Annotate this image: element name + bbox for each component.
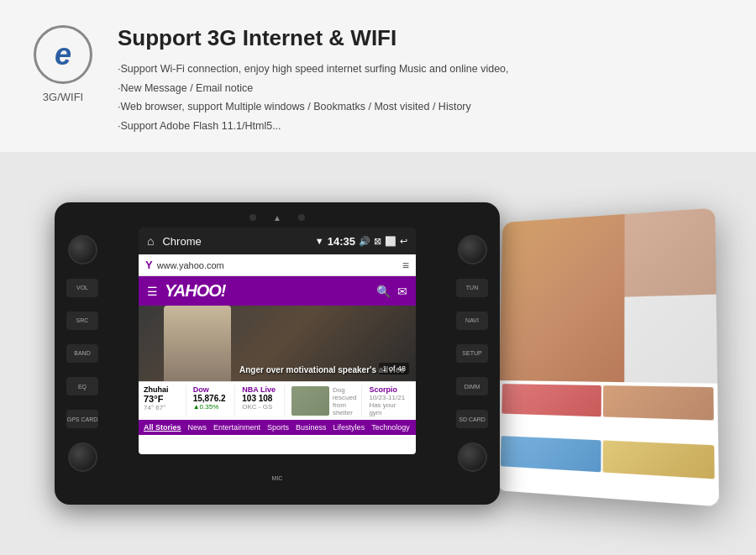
top-section: e 3G/WIFI Support 3G Internet & WIFI ·Su… xyxy=(0,0,756,152)
ticker-scorpio-date: 10/23-11/21 xyxy=(369,394,406,401)
yahoo-header: ☰ YAHOO! 🔍 ✉ xyxy=(139,276,416,306)
indicator-dot-left xyxy=(249,214,256,221)
url-text[interactable]: www.yahoo.com xyxy=(157,260,402,270)
ticker-scorpio-gym: Has your gym xyxy=(369,401,406,416)
bullet-4: ·Support Adobe Flash 11.1/Html5... xyxy=(118,117,722,136)
ticker-nba-score: 103 108 xyxy=(242,394,279,403)
band-label: BAND xyxy=(74,350,90,356)
sd-card-button[interactable]: SD CARD xyxy=(456,410,488,428)
ticker-dow-change: ▲0.35% xyxy=(193,403,230,411)
chrome-label: Chrome xyxy=(162,235,314,248)
nav-lifestyles[interactable]: Lifestyles xyxy=(333,423,365,432)
gps-button[interactable]: GPS CARD xyxy=(66,410,98,428)
tablet-thumb-2 xyxy=(603,385,714,421)
yahoo-mail-icon[interactable]: ✉ xyxy=(397,285,407,298)
dog-rescue-thumb xyxy=(291,386,329,416)
vol-button[interactable]: VOL xyxy=(66,279,98,297)
setup-label: SETUP xyxy=(462,350,481,356)
nav-business[interactable]: Business xyxy=(296,423,327,432)
screen-area[interactable]: ⌂ Chrome ▼ 14:35 🔊 ⊠ ⬜ ↩ Y xyxy=(139,228,416,454)
navi-button[interactable]: NAVI xyxy=(456,312,488,330)
src-button[interactable]: SRC xyxy=(66,312,98,330)
eq-button[interactable]: EQ xyxy=(66,377,98,395)
ticker-low: 74° 67° xyxy=(144,404,181,411)
bottom-section: ▲ VOL SRC BAND EQ GPS CARD xyxy=(0,152,756,555)
tablet-img2 xyxy=(624,208,716,297)
yahoo-favicon: Y xyxy=(145,259,153,271)
url-bar[interactable]: Y www.yahoo.com ≡ xyxy=(139,254,416,276)
wifi-label: 3G/WIFI xyxy=(43,91,83,103)
yahoo-search-icon[interactable]: 🔍 xyxy=(376,285,391,298)
gps-label: GPS CARD xyxy=(67,416,98,422)
ie-letter: e xyxy=(55,37,71,72)
ticker-city: Zhuhai xyxy=(144,385,181,394)
car-unit: ▲ VOL SRC BAND EQ GPS CARD xyxy=(55,202,500,505)
home-icon[interactable]: ⌂ xyxy=(147,234,154,248)
tablet-inner xyxy=(496,208,719,507)
back-icon[interactable]: ↩ xyxy=(400,236,407,247)
hero-figure xyxy=(164,306,231,381)
nav-sports[interactable]: Sports xyxy=(267,423,289,432)
main-container: e 3G/WIFI Support 3G Internet & WIFI ·Su… xyxy=(0,0,756,555)
tablet-thumb-3 xyxy=(501,436,601,472)
nav-technology[interactable]: Technology xyxy=(371,423,410,432)
top-indicators: ▲ xyxy=(139,209,416,226)
bottom-left-knob[interactable] xyxy=(68,442,97,472)
ticker-weather: Zhuhai 73°F 74° 67° xyxy=(144,385,186,416)
time-display: 14:35 xyxy=(328,235,355,248)
top-left-knob[interactable] xyxy=(68,235,97,264)
ticker-scorpio-label: Scorpio xyxy=(369,385,406,394)
ticker-dow-label: Dow xyxy=(193,385,230,394)
tablet-bottom xyxy=(496,380,719,506)
setup-button[interactable]: SETUP xyxy=(456,344,488,363)
mic-label: MIC xyxy=(272,475,283,481)
dimm-button[interactable]: DIMM xyxy=(456,377,488,395)
hero-image: Anger over motivational speaker's advice… xyxy=(139,306,416,381)
wifi-icon-container: e 3G/WIFI xyxy=(34,25,92,103)
ticker-nba-teams: OKC - GS xyxy=(242,403,279,411)
tun-label: TUN xyxy=(466,285,478,291)
nav-entertainment[interactable]: Entertainment xyxy=(213,423,260,432)
status-icons: ▼ 14:35 🔊 ⊠ ⬜ ↩ xyxy=(315,235,407,248)
battery-icon: 🔊 xyxy=(359,236,370,247)
eq-label: EQ xyxy=(78,384,87,390)
screen-icon: ⬜ xyxy=(385,236,396,247)
tablet-thumb-4 xyxy=(603,440,715,479)
nav-bar: All Stories News Entertainment Sports Bu… xyxy=(139,420,416,435)
news-ticker: Zhuhai 73°F 74° 67° Dow 15,876.2 ▲0.35% … xyxy=(139,381,416,420)
wifi-desc: ·Support Wi-Fi connection, enjoy high sp… xyxy=(118,60,722,135)
wifi-title: Support 3G Internet & WIFI xyxy=(118,25,722,51)
dimm-label: DIMM xyxy=(465,384,480,390)
hero-counter: 1 of 48 xyxy=(379,363,409,374)
tablet-thumb-1 xyxy=(501,384,601,416)
dog-rescue-text: Dog rescued from shelter xyxy=(333,386,356,416)
nav-news[interactable]: News xyxy=(188,423,207,432)
menu-icon[interactable]: ≡ xyxy=(402,259,409,272)
bullet-1: ·Support Wi-Fi connection, enjoy high sp… xyxy=(118,60,722,79)
ticker-nba-label: NBA Live xyxy=(242,385,279,394)
indicator-dot-right xyxy=(298,214,305,221)
right-buttons: TUN NAVI SETUP DIMM SD CARD xyxy=(451,228,493,479)
bullet-2: ·New Message / Email notice xyxy=(118,79,722,98)
tablet-top xyxy=(499,208,717,384)
vol-label: VOL xyxy=(76,285,88,291)
ticker-dow: Dow 15,876.2 ▲0.35% xyxy=(193,385,236,416)
signal-icon: ⊠ xyxy=(374,236,381,247)
top-right-knob[interactable] xyxy=(458,235,487,264)
nav-all-stories[interactable]: All Stories xyxy=(144,423,181,432)
ie-icon: e xyxy=(34,25,92,84)
yahoo-content: ☰ YAHOO! 🔍 ✉ Anger over motivational spe… xyxy=(139,276,416,454)
bottom-buttons: MIC xyxy=(139,461,416,495)
ticker-temp: 73°F xyxy=(144,394,181,404)
band-button[interactable]: BAND xyxy=(66,344,98,363)
ticker-nba: NBA Live 103 108 OKC - GS xyxy=(242,385,285,416)
navi-label: NAVI xyxy=(465,317,479,323)
status-bar: ⌂ Chrome ▼ 14:35 🔊 ⊠ ⬜ ↩ xyxy=(139,228,416,254)
tun-button[interactable]: TUN xyxy=(456,279,488,297)
wifi-info: Support 3G Internet & WIFI ·Support Wi-F… xyxy=(118,25,722,135)
left-buttons: VOL SRC BAND EQ GPS CARD xyxy=(61,228,103,479)
src-label: SRC xyxy=(76,317,89,323)
hamburger-icon[interactable]: ☰ xyxy=(147,285,158,298)
screen-content: ⌂ Chrome ▼ 14:35 🔊 ⊠ ⬜ ↩ Y xyxy=(139,228,416,454)
bottom-right-knob[interactable] xyxy=(458,442,487,472)
